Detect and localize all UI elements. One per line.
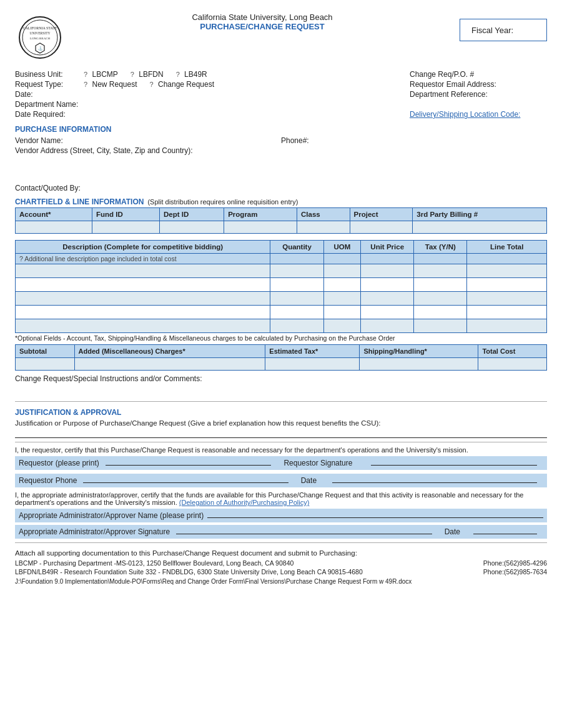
justification-purpose-label: Justification or Purpose of Purchase/Cha… — [15, 419, 547, 427]
est-tax-value[interactable] — [265, 358, 360, 371]
desc-row2-qty[interactable] — [270, 278, 323, 292]
dept-name-row: Department Name: — [15, 100, 547, 109]
certify-text-requestor: I, the requestor, certify that this Purc… — [15, 446, 547, 454]
desc-row1-qty[interactable] — [270, 264, 323, 278]
optional-note: *Optional Fields - Account, Tax, Shippin… — [15, 334, 547, 342]
university-logo: CALIFORNIA STATE UNIVERSITY LONG BEACH ⚓ — [15, 12, 65, 62]
col-class: Class — [297, 208, 350, 221]
desc-row2-uom[interactable] — [323, 278, 361, 292]
dept-reference-label: Department Reference: — [410, 90, 547, 99]
cell-class[interactable] — [297, 221, 350, 234]
desc-row5-line-total[interactable] — [467, 319, 547, 333]
desc-row5-desc[interactable] — [16, 319, 270, 333]
admin-name-label: Appropriate Administrator/Approver Name … — [19, 511, 204, 520]
vendor-address-row: Vendor Address (Street, City, State, Zip… — [15, 146, 547, 155]
footer-attach-note: Attach all supporting documentation to t… — [15, 549, 547, 557]
requestor-phone-row: Requestor Phone Date — [15, 474, 547, 487]
desc-row4-line-total[interactable] — [467, 306, 547, 319]
total-cost-value[interactable] — [478, 358, 547, 371]
desc-row4-qty[interactable] — [270, 306, 323, 319]
bu-option-3: ? LB49R — [176, 70, 207, 79]
admin-sig-line[interactable] — [176, 534, 431, 534]
desc-row5-uom[interactable] — [323, 319, 361, 333]
desc-row3-tax[interactable] — [414, 292, 467, 306]
desc-row2-desc[interactable] — [16, 278, 270, 292]
vendor-address-label: Vendor Address (Street, City, State, Zip… — [15, 146, 193, 155]
shipping-col: Shipping/Handling* — [360, 345, 478, 358]
desc-row5-unit-price[interactable] — [361, 319, 414, 333]
divider-2 — [15, 542, 547, 543]
requestor-print-line[interactable] — [106, 465, 272, 466]
delivery-shipping-link[interactable]: Delivery/Shipping Location Code: — [410, 110, 547, 119]
business-unit-row: Business Unit: ? LBCMP ? LBFDN ? LB49R C… — [15, 70, 547, 79]
subtotal-value[interactable] — [16, 358, 75, 371]
desc-row-3 — [16, 292, 547, 306]
qty-col-header: Quantity — [270, 241, 323, 254]
desc-row4-desc[interactable] — [16, 306, 270, 319]
footer-file-path: J:\Foundation 9.0 Implementation\Module-… — [15, 578, 547, 585]
change-request-label: Change Request/Special Instructions and/… — [15, 374, 202, 383]
contact-row: Contact/Quoted By: — [15, 184, 547, 192]
desc-row4-tax[interactable] — [414, 306, 467, 319]
requestor-date-line[interactable] — [332, 482, 537, 483]
lbcmp-address: LBCMP - Purchasing Department -MS-0123, … — [15, 559, 293, 567]
desc-row1-uom[interactable] — [323, 264, 361, 278]
cell-fund-id[interactable] — [92, 221, 159, 234]
requestor-print-row: Requestor (please print) Requestor Signa… — [15, 456, 547, 470]
admin-sig-row: Appropriate Administrator/Approver Signa… — [15, 525, 547, 539]
bu-option-1: ? LBCMP — [84, 70, 118, 79]
desc-row1-unit-price[interactable] — [361, 264, 414, 278]
desc-row1-line-total[interactable] — [467, 264, 547, 278]
desc-row2-unit-price[interactable] — [361, 278, 414, 292]
desc-row2-line-total[interactable] — [467, 278, 547, 292]
desc-row3-desc[interactable] — [16, 292, 270, 306]
shipping-value[interactable] — [360, 358, 478, 371]
dept-name-label: Department Name: — [15, 100, 84, 109]
cell-account[interactable] — [16, 221, 92, 234]
desc-row3-qty[interactable] — [270, 292, 323, 306]
fiscal-year-label: Fiscal Year: — [471, 26, 513, 35]
col-account: Account* — [16, 208, 92, 221]
lbfdn-phone: Phone:(562)985-7634 — [483, 568, 547, 576]
justification-input-line[interactable] — [15, 428, 547, 438]
requestor-sig-line[interactable] — [371, 465, 537, 466]
tax-label: Tax (Y/N) — [425, 243, 456, 251]
desc-row5-qty[interactable] — [270, 319, 323, 333]
certify-text-span: I, the requestor, certify that this Purc… — [15, 446, 468, 454]
misc-value[interactable] — [74, 358, 265, 371]
requestor-email-label: Requestor Email Address: — [410, 80, 547, 89]
date-row: Date: Department Reference: — [15, 90, 547, 99]
justification-title: JUSTIFICATION & APPROVAL — [15, 408, 547, 417]
form-title: PURCHASE/CHANGE REQUEST — [65, 22, 460, 31]
delegation-link[interactable]: (Delegation of Authority/Purchasing Poli… — [179, 499, 310, 506]
cell-3rd-party[interactable] — [413, 221, 547, 234]
university-name: California State University, Long Beach — [65, 12, 460, 22]
desc-row3-line-total[interactable] — [467, 292, 547, 306]
desc-row2-tax[interactable] — [414, 278, 467, 292]
footer-lbcmp-row: LBCMP - Purchasing Department -MS-0123, … — [15, 559, 547, 567]
svg-text:LONG BEACH: LONG BEACH — [30, 37, 50, 40]
desc-row-4 — [16, 306, 547, 319]
desc-row1-desc[interactable] — [16, 264, 270, 278]
admin-date-line[interactable] — [473, 534, 537, 534]
desc-row4-uom[interactable] — [323, 306, 361, 319]
desc-row1-tax[interactable] — [414, 264, 467, 278]
desc-row3-unit-price[interactable] — [361, 292, 414, 306]
fiscal-year-box: Fiscal Year: — [460, 19, 547, 41]
contact-label: Contact/Quoted By: — [15, 184, 81, 192]
change-request-comments: Change Request/Special Instructions and/… — [15, 374, 547, 383]
cell-project[interactable] — [350, 221, 413, 234]
desc-row4-unit-price[interactable] — [361, 306, 414, 319]
col-dept-id: Dept ID — [160, 208, 224, 221]
desc-row5-tax[interactable] — [414, 319, 467, 333]
requestor-phone-line[interactable] — [83, 482, 288, 483]
col-fund-id: Fund ID — [92, 208, 159, 221]
subtotal-col: Subtotal — [16, 345, 75, 358]
desc-row3-uom[interactable] — [323, 292, 361, 306]
justification-section: JUSTIFICATION & APPROVAL Justification o… — [15, 408, 547, 543]
cell-program[interactable] — [224, 221, 297, 234]
est-tax-col: Estimated Tax* — [265, 345, 360, 358]
svg-text:⚓: ⚓ — [38, 46, 43, 51]
cell-dept-id[interactable] — [160, 221, 224, 234]
admin-name-line[interactable] — [207, 517, 543, 518]
